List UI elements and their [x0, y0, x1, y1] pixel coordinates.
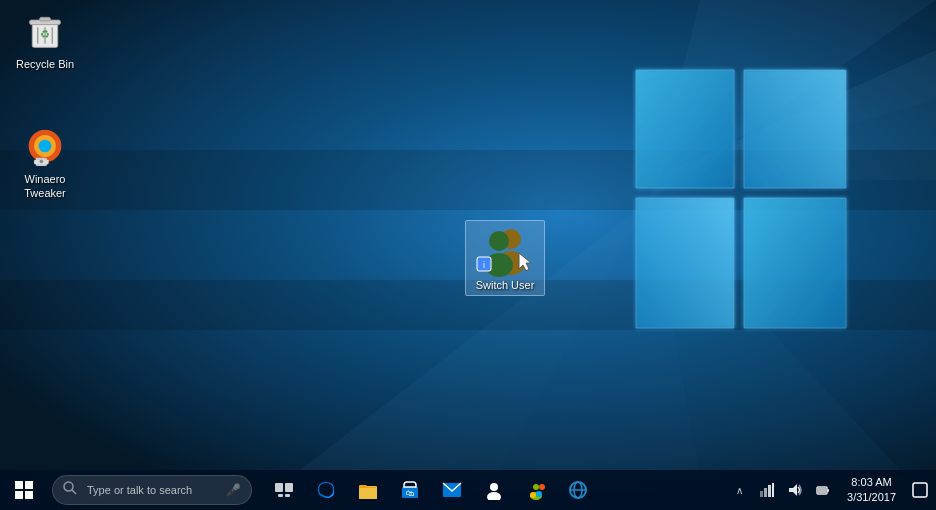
desktop: ♻ Recycle Bin WinaeroTweaker [0, 0, 936, 510]
ie-button[interactable] [558, 470, 598, 510]
svg-point-37 [64, 482, 73, 491]
notification-button[interactable] [904, 470, 936, 510]
task-view-button[interactable] [264, 470, 304, 510]
svg-point-25 [40, 160, 44, 164]
store-button[interactable]: 🛍 [390, 470, 430, 510]
edge-button[interactable] [306, 470, 346, 510]
mic-icon: 🎤 [226, 483, 241, 497]
svg-text:i: i [483, 260, 485, 270]
svg-marker-10 [744, 70, 846, 188]
taskbar-app-icons: 🛍 [264, 470, 598, 510]
svg-rect-36 [25, 491, 33, 499]
system-tray: ∧ [723, 470, 936, 510]
svg-marker-9 [636, 70, 734, 188]
svg-point-48 [490, 483, 498, 491]
start-button[interactable] [0, 470, 48, 510]
svg-point-52 [539, 484, 545, 490]
winaero-image [23, 124, 67, 168]
svg-rect-40 [285, 483, 293, 492]
winaero-label: WinaeroTweaker [24, 172, 66, 201]
switch-user-label: Switch User [476, 279, 535, 291]
clock-date: 3/31/2017 [847, 490, 896, 505]
file-explorer-button[interactable] [348, 470, 388, 510]
clock-time: 8:03 AM [851, 475, 891, 490]
recycle-bin-image: ♻ [23, 9, 67, 53]
svg-rect-44 [359, 488, 377, 499]
windows-logo [626, 60, 856, 344]
tray-chevron-button[interactable]: ∧ [727, 470, 751, 510]
svg-line-38 [72, 490, 76, 494]
svg-rect-41 [278, 494, 283, 497]
svg-rect-61 [772, 483, 774, 497]
svg-rect-33 [15, 481, 23, 489]
svg-rect-39 [275, 483, 283, 492]
taskbar: Type or talk to search 🎤 [0, 470, 936, 510]
mail-button[interactable] [432, 470, 472, 510]
svg-rect-42 [285, 494, 290, 497]
svg-point-54 [536, 491, 542, 497]
svg-rect-35 [15, 491, 23, 499]
search-text: Type or talk to search [87, 484, 226, 496]
phone-button[interactable] [516, 470, 556, 510]
svg-rect-34 [25, 481, 33, 489]
recycle-bin-label: Recycle Bin [16, 57, 74, 71]
power-icon[interactable] [811, 470, 835, 510]
svg-rect-65 [827, 489, 829, 492]
svg-text:🛍: 🛍 [406, 489, 414, 498]
svg-point-28 [489, 231, 509, 251]
svg-rect-58 [760, 491, 763, 497]
svg-rect-59 [764, 488, 767, 497]
network-icon[interactable] [755, 470, 779, 510]
switch-user-icon[interactable]: i Switch User [465, 220, 545, 296]
svg-marker-62 [789, 484, 797, 496]
svg-rect-60 [768, 485, 771, 497]
svg-marker-11 [636, 198, 734, 328]
svg-point-49 [487, 492, 501, 500]
svg-rect-66 [913, 483, 927, 497]
recycle-bin-icon[interactable]: ♻ Recycle Bin [5, 5, 85, 75]
svg-rect-15 [40, 17, 51, 21]
clock[interactable]: 8:03 AM 3/31/2017 [839, 470, 904, 510]
svg-point-22 [39, 140, 52, 153]
search-bar[interactable]: Type or talk to search 🎤 [52, 475, 252, 505]
search-icon [63, 481, 81, 499]
people-button[interactable] [474, 470, 514, 510]
volume-icon[interactable] [783, 470, 807, 510]
svg-text:♻: ♻ [40, 28, 50, 40]
tray-icons-group: ∧ [723, 470, 839, 510]
svg-rect-64 [818, 488, 826, 493]
svg-point-53 [530, 492, 536, 498]
svg-point-50 [533, 484, 539, 490]
winaero-tweaker-icon[interactable]: WinaeroTweaker [5, 120, 85, 205]
svg-marker-12 [744, 198, 846, 328]
